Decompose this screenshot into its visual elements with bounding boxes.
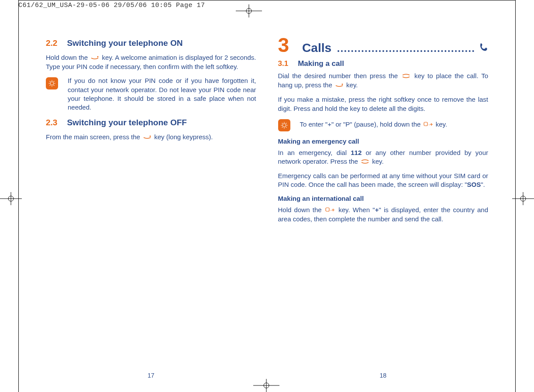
- svg-line-29: [282, 123, 283, 124]
- emergency-body-1: In an emergency, dial 112 or any other n…: [278, 148, 489, 166]
- section-title: Making a call: [298, 59, 344, 68]
- svg-point-34: [429, 124, 430, 125]
- svg-rect-37: [326, 208, 329, 211]
- svg-line-19: [54, 85, 55, 86]
- svg-point-13: [50, 82, 54, 86]
- end-key-icon: [335, 81, 344, 89]
- call-key-icon: [402, 72, 410, 80]
- section-2-3-heading: 2.3Switching your telephone OFF: [46, 118, 256, 127]
- end-key-icon: [90, 53, 99, 62]
- zero-plus-key-icon: [424, 120, 433, 129]
- chapter-heading: 3 Calls: [278, 35, 489, 55]
- page-number-left: 17: [35, 372, 267, 379]
- lightbulb-icon: [46, 77, 58, 89]
- svg-line-18: [50, 81, 51, 82]
- svg-line-32: [286, 123, 286, 124]
- end-key-icon: [143, 133, 152, 141]
- note-text: To enter "+" or "P" (pause), hold down t…: [300, 118, 489, 129]
- svg-point-12: [97, 56, 99, 57]
- svg-line-30: [286, 127, 286, 128]
- emergency-body-2: Emergency calls can be performed at any …: [278, 172, 489, 189]
- emergency-number: 112: [351, 149, 362, 156]
- svg-point-38: [331, 210, 331, 211]
- section-number: 2.3: [46, 118, 57, 127]
- section-title: Switching your telephone ON: [67, 38, 183, 48]
- emergency-subhead: Making an emergency call: [278, 138, 489, 145]
- sos-label: SOS: [467, 181, 481, 188]
- note-text: If you do not know your PIN code or if y…: [68, 76, 256, 112]
- chapter-number: 3: [278, 35, 289, 55]
- mistake-body: If you make a mistake, press the right s…: [278, 95, 489, 113]
- page-left: 2.2Switching your telephone ON Hold down…: [35, 31, 267, 379]
- svg-line-31: [282, 127, 283, 128]
- leader-dots: [338, 50, 474, 52]
- page-right: 3 Calls 3.1Making a call Dial the desire…: [267, 31, 500, 379]
- section-2-2-body: Hold down the key. A welcome animation i…: [46, 53, 256, 71]
- svg-point-24: [283, 124, 286, 127]
- section-2-3-body: From the main screen, press the key (lon…: [46, 133, 256, 142]
- lightbulb-icon: [278, 119, 290, 131]
- section-2-2-heading: 2.2Switching your telephone ON: [46, 38, 256, 48]
- section-number: 2.2: [46, 38, 57, 48]
- registration-mark-top: [236, 4, 262, 17]
- note-pin: If you do not know your PIN code or if y…: [46, 76, 256, 112]
- section-3-1-heading: 3.1Making a call: [278, 59, 489, 68]
- call-key-icon: [361, 157, 369, 166]
- note-plus-pause: To enter "+" or "P" (pause), hold down t…: [278, 118, 489, 131]
- print-header: C61/62_UM_USA-29-05-06 29/05/06 10:05 Pa…: [0, 0, 534, 9]
- page-number-right: 18: [267, 372, 500, 379]
- registration-mark-left: [0, 192, 22, 205]
- making-call-body: Dial the desired number then press the k…: [278, 72, 489, 90]
- svg-rect-33: [424, 122, 427, 126]
- svg-point-22: [150, 136, 151, 137]
- zero-plus-key-icon: [325, 206, 335, 214]
- chapter-title: Calls: [302, 41, 331, 55]
- phone-icon: [479, 42, 488, 53]
- crop-line-top: [18, 0, 516, 0]
- section-number: 3.1: [278, 59, 289, 68]
- registration-mark-bottom: [253, 379, 279, 392]
- registration-mark-right: [512, 192, 534, 205]
- svg-line-21: [54, 81, 55, 82]
- section-title: Switching your telephone OFF: [67, 118, 186, 127]
- international-body: Hold down the key. When "+" is displayed…: [278, 206, 489, 224]
- svg-line-20: [50, 85, 51, 86]
- svg-point-23: [341, 84, 343, 85]
- international-subhead: Making an international call: [278, 195, 489, 202]
